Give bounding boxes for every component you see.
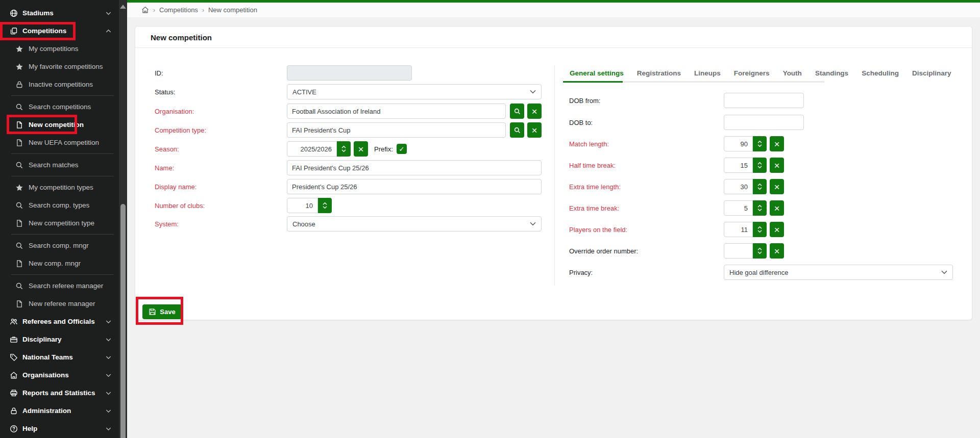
tab-foreigners[interactable]: Foreigners bbox=[727, 69, 776, 77]
season-input[interactable] bbox=[287, 141, 337, 157]
override-order-number-stepper-button[interactable] bbox=[753, 243, 767, 259]
half-time-break-input[interactable] bbox=[724, 158, 753, 173]
sidebar-item-stadiums[interactable]: Stadiums bbox=[0, 4, 119, 22]
override-order-number-clear-button[interactable]: × bbox=[770, 243, 784, 259]
field-row-organisation: Organisation: × bbox=[155, 104, 542, 119]
match-length-stepper-button[interactable] bbox=[753, 136, 767, 151]
dob-to-label: DOB to: bbox=[569, 119, 724, 126]
privacy-select[interactable]: Hide goal difference bbox=[724, 265, 953, 280]
extra-time-break-input[interactable] bbox=[724, 200, 753, 216]
sidebar-item-inactive-competitions[interactable]: Inactive competitions bbox=[0, 75, 119, 93]
number-of-clubs-stepper-button[interactable] bbox=[318, 198, 332, 213]
breadcrumb-link-competitions[interactable]: Competitions bbox=[159, 6, 198, 14]
competition-type-clear-button[interactable]: × bbox=[527, 122, 542, 138]
sidebar-divider bbox=[11, 95, 114, 96]
field-row-season: Season: × Prefix: ✓ bbox=[155, 141, 407, 157]
sidebar-item-new-uefa-competition[interactable]: New UEFA competition bbox=[0, 134, 119, 151]
tab-general-settings[interactable]: General settings bbox=[563, 69, 630, 77]
sidebar-item-search-comp-mngr[interactable]: Search comp. mngr bbox=[0, 237, 119, 254]
file-icon bbox=[15, 260, 23, 268]
players-on-field-clear-button[interactable]: × bbox=[770, 222, 784, 237]
override-order-number-input[interactable] bbox=[724, 243, 753, 259]
sidebar-item-reports-and-statistics[interactable]: Reports and Statistics bbox=[0, 384, 119, 402]
dob-from-input[interactable] bbox=[724, 93, 804, 108]
breadcrumb-link-new-competition[interactable]: New competition bbox=[208, 6, 257, 14]
season-stepper-button[interactable] bbox=[337, 141, 351, 157]
tab-registrations[interactable]: Registrations bbox=[630, 69, 688, 77]
sidebar-scrollbar[interactable] bbox=[119, 0, 127, 438]
extra-time-break-label: Extra time break: bbox=[569, 204, 724, 212]
chevron-down-icon bbox=[105, 425, 112, 432]
sidebar-item-organisations[interactable]: Organisations bbox=[0, 366, 119, 384]
field-row-system: System: Choose bbox=[155, 216, 542, 231]
display-name-input[interactable] bbox=[287, 179, 542, 194]
extra-time-length-clear-button[interactable]: × bbox=[770, 179, 784, 194]
sidebar-item-label: Inactive competitions bbox=[29, 81, 93, 88]
system-select[interactable]: Choose bbox=[287, 216, 542, 231]
tab-lineups[interactable]: Lineups bbox=[688, 69, 727, 77]
name-input[interactable] bbox=[287, 160, 542, 175]
field-row-dob-to: DOB to: bbox=[569, 115, 804, 130]
players-on-field-input[interactable] bbox=[724, 222, 753, 237]
home-icon[interactable] bbox=[141, 6, 149, 14]
close-icon: × bbox=[774, 225, 779, 235]
organisation-search-button[interactable] bbox=[510, 104, 524, 119]
sidebar-item-help[interactable]: Help bbox=[0, 420, 119, 437]
half-time-break-stepper-button[interactable] bbox=[753, 158, 767, 173]
half-time-break-clear-button[interactable]: × bbox=[770, 158, 784, 173]
sidebar-item-administration[interactable]: Administration bbox=[0, 402, 119, 420]
organisation-clear-button[interactable]: × bbox=[527, 104, 542, 119]
sidebar-item-my-competitions[interactable]: My competitions bbox=[0, 40, 119, 58]
stepper-up-down-icon bbox=[757, 161, 763, 169]
sidebar-item-new-referee-manager[interactable]: New referee manager bbox=[0, 295, 119, 313]
display-name-label: Display name: bbox=[155, 183, 287, 191]
scrollbar-thumb[interactable] bbox=[120, 204, 126, 438]
extra-time-break-clear-button[interactable]: × bbox=[770, 200, 784, 216]
sidebar-item-my-competition-types[interactable]: My competition types bbox=[0, 178, 119, 196]
players-on-field-stepper-button[interactable] bbox=[753, 222, 767, 237]
extra-time-break-stepper-button[interactable] bbox=[753, 200, 767, 216]
tab-standings[interactable]: Standings bbox=[808, 69, 855, 77]
sidebar-item-referees-and-officials[interactable]: Referees and Officials bbox=[0, 313, 119, 330]
match-length-clear-button[interactable]: × bbox=[770, 136, 784, 151]
sidebar-item-label: New competition type bbox=[29, 219, 94, 227]
competition-type-search-button[interactable] bbox=[510, 122, 524, 138]
sidebar-item-competitions[interactable]: Competitions bbox=[0, 22, 119, 40]
close-icon: × bbox=[774, 182, 779, 192]
tab-youth[interactable]: Youth bbox=[776, 69, 808, 77]
extra-time-length-stepper-button[interactable] bbox=[753, 179, 767, 194]
sidebar-item-new-comp-mngr[interactable]: New comp. mngr bbox=[0, 254, 119, 272]
save-button[interactable]: Save bbox=[142, 304, 182, 319]
tab-scheduling[interactable]: Scheduling bbox=[855, 69, 905, 77]
file-icon bbox=[15, 300, 23, 308]
match-length-input[interactable] bbox=[724, 136, 753, 151]
dob-to-input[interactable] bbox=[724, 115, 804, 130]
save-button-label: Save bbox=[160, 308, 175, 316]
extra-time-length-input[interactable] bbox=[724, 179, 753, 194]
sidebar-item-label: Search matches bbox=[29, 161, 79, 169]
sidebar-item-label: Search comp. mngr bbox=[29, 242, 89, 249]
sidebar-item-search-matches[interactable]: Search matches bbox=[0, 156, 119, 174]
sidebar-item-search-comp-types[interactable]: Search comp. types bbox=[0, 196, 119, 214]
file-icon bbox=[15, 121, 23, 129]
sidebar-item-label: My competition types bbox=[29, 184, 93, 191]
sidebar-item-search-referee-manager[interactable]: Search referee manager bbox=[0, 277, 119, 295]
status-label: Status: bbox=[155, 88, 287, 96]
sidebar-item-search-competitions[interactable]: Search competitions bbox=[0, 98, 119, 116]
sidebar: StadiumsCompetitionsMy competitionsMy fa… bbox=[0, 0, 119, 438]
sidebar-item-new-competition[interactable]: New competition bbox=[0, 116, 119, 134]
status-select[interactable]: ACTIVE bbox=[287, 84, 542, 99]
sidebar-item-my-favorite-competitions[interactable]: My favorite competitions bbox=[0, 58, 119, 75]
prefix-checkbox[interactable]: ✓ bbox=[397, 144, 407, 154]
organisation-input[interactable] bbox=[287, 104, 506, 119]
number-of-clubs-input[interactable] bbox=[287, 198, 318, 213]
name-label: Name: bbox=[155, 164, 287, 172]
scrollbar-up-arrow-icon[interactable] bbox=[120, 5, 126, 9]
sidebar-item-new-competition-type[interactable]: New competition type bbox=[0, 214, 119, 232]
sidebar-item-national-teams[interactable]: National Teams bbox=[0, 348, 119, 366]
season-clear-button[interactable]: × bbox=[354, 141, 368, 157]
search-icon bbox=[513, 108, 521, 115]
sidebar-item-disciplinary[interactable]: Disciplinary bbox=[0, 330, 119, 348]
tab-disciplinary[interactable]: Disciplinary bbox=[905, 69, 958, 77]
competition-type-input[interactable] bbox=[287, 122, 506, 138]
